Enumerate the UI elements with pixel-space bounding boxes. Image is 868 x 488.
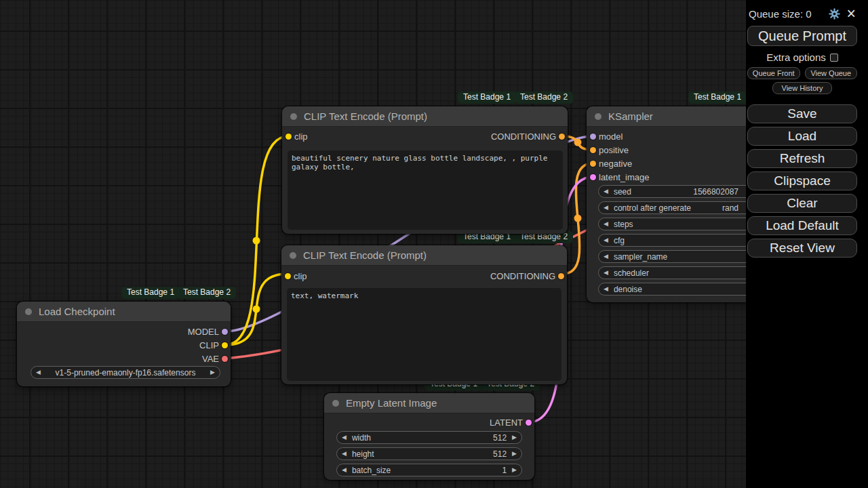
load-default-button[interactable]: Load Default — [747, 216, 857, 235]
widget-value: 1566802087 — [693, 187, 738, 197]
node-title: CLIP Text Encode (Prompt) — [304, 110, 427, 122]
widget-right-arrow-icon[interactable]: ▶ — [512, 467, 517, 473]
clear-button[interactable]: Clear — [747, 194, 857, 213]
widget-value: 512 — [493, 449, 507, 459]
reset-view-button[interactable]: Reset View — [747, 239, 857, 258]
widget-name: scheduler — [614, 268, 649, 278]
height-widget[interactable]: ◀ height 512 ▶ — [336, 447, 522, 460]
comfy-menu-panel: Queue size: 0 × Queue Prompt Extra optio… — [746, 0, 868, 488]
node-load-checkpoint[interactable]: Load Checkpoint MODEL CLIP VAE ◀ v1-5-pr… — [17, 302, 231, 386]
node-title-bar[interactable]: Empty Latent Image — [324, 393, 534, 413]
output-dot-clip[interactable] — [222, 342, 228, 348]
widget-left-arrow-icon[interactable]: ◀ — [604, 237, 608, 243]
node-clip-text-encode-positive[interactable]: CLIP Text Encode (Prompt) clip CONDITION… — [282, 106, 568, 234]
node-title-bar[interactable]: Load Checkpoint — [17, 302, 231, 322]
view-queue-button[interactable]: View Queue — [805, 67, 858, 79]
node-status-dot — [25, 308, 32, 315]
input-dot-latent-image[interactable] — [590, 174, 596, 180]
input-label-clip: clip — [294, 272, 307, 281]
node-canvas[interactable]: Test Badge 1 Test Badge 2 Test Badge 1 T… — [0, 0, 868, 488]
widget-name: height — [352, 449, 374, 459]
extra-options-checkbox[interactable] — [830, 54, 838, 62]
extra-options-label: Extra options — [766, 52, 826, 63]
widget-left-arrow-icon[interactable]: ◀ — [342, 451, 347, 457]
combo-left-arrow-icon[interactable]: ◀ — [36, 369, 41, 375]
positive-prompt-textarea[interactable]: beautiful scenery nature glass bottle la… — [288, 150, 563, 230]
node-title-bar[interactable]: CLIP Text Encode (Prompt) — [281, 245, 567, 266]
input-label-negative: negative — [599, 159, 632, 168]
queue-prompt-button[interactable]: Queue Prompt — [747, 26, 857, 46]
widget-left-arrow-icon[interactable]: ◀ — [342, 434, 347, 441]
node-status-dot — [332, 400, 339, 407]
input-label-positive: positive — [599, 146, 629, 155]
output-dot-conditioning[interactable] — [558, 273, 564, 279]
node-badge: Test Badge 2 — [178, 287, 236, 299]
wire-midpoint-dot — [574, 215, 582, 222]
node-badge: Test Badge 2 — [515, 92, 573, 104]
widget-value: rand — [722, 203, 738, 213]
input-label-latent-image: latent_image — [599, 173, 649, 182]
output-dot-model[interactable] — [222, 329, 228, 335]
widget-right-arrow-icon[interactable]: ▶ — [512, 434, 517, 441]
node-title: Empty Latent Image — [346, 397, 437, 409]
widget-right-arrow-icon[interactable]: ▶ — [512, 451, 517, 457]
menu-header: Queue size: 0 × — [747, 5, 857, 22]
node-title: Load Checkpoint — [39, 306, 115, 317]
output-dot-conditioning[interactable] — [559, 134, 565, 140]
queue-size-label: Queue size: 0 — [749, 8, 823, 20]
widget-left-arrow-icon[interactable]: ◀ — [342, 467, 347, 473]
widget-name: denoise — [614, 285, 642, 294]
widget-name: cfg — [614, 236, 625, 245]
input-dot-negative[interactable] — [590, 161, 596, 167]
node-title: CLIP Text Encode (Prompt) — [303, 249, 427, 261]
wire-clip-positive — [225, 136, 288, 345]
widget-left-arrow-icon[interactable]: ◀ — [604, 188, 608, 195]
view-history-button[interactable]: View History — [772, 82, 832, 94]
ckpt-name-value: v1-5-pruned-emaonly-fp16.safetensors — [46, 368, 205, 378]
widget-left-arrow-icon[interactable]: ◀ — [604, 221, 608, 227]
input-dot-model[interactable] — [590, 134, 596, 140]
combo-right-arrow-icon[interactable]: ▶ — [210, 369, 215, 375]
negative-prompt-textarea[interactable]: text, watermark — [287, 288, 561, 381]
batch-size-widget[interactable]: ◀ batch_size 1 ▶ — [336, 464, 522, 476]
clipspace-button[interactable]: Clipspace — [747, 171, 857, 190]
output-dot-vae[interactable] — [222, 356, 228, 362]
input-dot-clip[interactable] — [285, 134, 292, 140]
wire-clip-negative — [225, 274, 288, 345]
gear-icon[interactable] — [829, 8, 840, 20]
node-badge: Test Badge 1 — [121, 287, 180, 299]
node-empty-latent-image[interactable]: Empty Latent Image LATENT ◀ width 512 ▶ … — [324, 393, 534, 480]
node-badge: Test Badge 1 — [688, 92, 747, 104]
ckpt-name-combo[interactable]: ◀ v1-5-pruned-emaonly-fp16.safetensors ▶ — [31, 366, 220, 379]
output-label-latent: LATENT — [490, 418, 523, 427]
node-title-bar[interactable]: CLIP Text Encode (Prompt) — [282, 106, 568, 127]
widget-name: steps — [614, 220, 633, 229]
node-status-dot — [290, 113, 297, 120]
widget-name: sampler_name — [614, 252, 667, 262]
input-dot-positive[interactable] — [590, 147, 596, 153]
output-dot-latent[interactable] — [526, 420, 532, 426]
widget-name: batch_size — [352, 466, 391, 475]
node-status-dot — [290, 252, 296, 259]
output-label-conditioning: CONDITIONING — [490, 272, 555, 281]
node-title: KSampler — [608, 110, 653, 122]
widget-name: seed — [614, 187, 631, 197]
widget-left-arrow-icon[interactable]: ◀ — [604, 253, 608, 260]
input-label-model: model — [599, 132, 623, 141]
input-dot-clip[interactable] — [285, 273, 291, 279]
close-icon[interactable]: × — [846, 7, 857, 20]
widget-left-arrow-icon[interactable]: ◀ — [604, 205, 608, 211]
load-button[interactable]: Load — [747, 127, 857, 146]
widget-value: 1 — [502, 466, 507, 475]
node-status-dot — [595, 113, 601, 120]
refresh-button[interactable]: Refresh — [747, 149, 857, 168]
node-clip-text-encode-negative[interactable]: CLIP Text Encode (Prompt) clip CONDITION… — [281, 245, 567, 384]
queue-front-button[interactable]: Queue Front — [747, 67, 800, 79]
wire-midpoint-dot — [574, 139, 582, 146]
widget-left-arrow-icon[interactable]: ◀ — [604, 270, 608, 276]
widget-left-arrow-icon[interactable]: ◀ — [604, 286, 608, 292]
node-badge: Test Badge 1 — [458, 92, 516, 104]
width-widget[interactable]: ◀ width 512 ▶ — [336, 431, 522, 444]
wire-midpoint-dot — [253, 237, 260, 245]
save-button[interactable]: Save — [747, 104, 857, 123]
